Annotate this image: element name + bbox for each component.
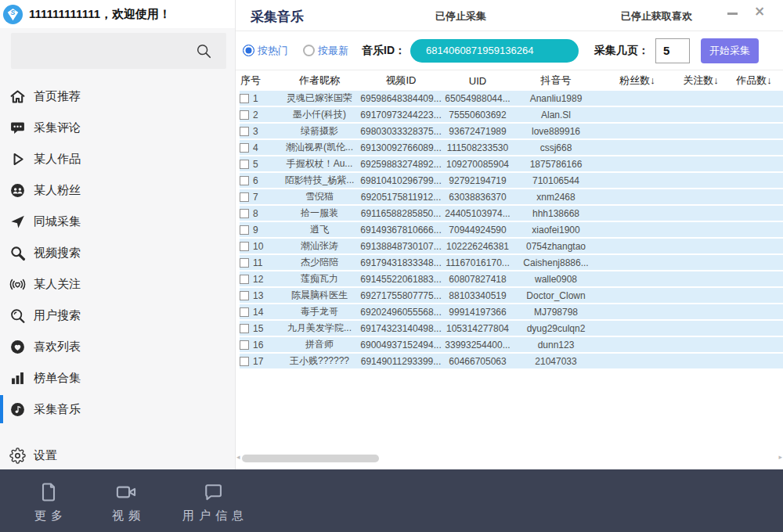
radio-by-new-label[interactable]: 按最新 <box>318 44 348 58</box>
cell-uid: 11167016170... <box>442 257 514 268</box>
sidebar-item-label: 视频搜索 <box>34 246 81 261</box>
table-row[interactable]: 7 雪倪猫 69205175811912... 63038836370 xnm2… <box>236 189 783 206</box>
cell-uid: 109270085904 <box>442 159 514 170</box>
start-collect-button[interactable]: 开始采集 <box>701 38 759 63</box>
row-checkbox[interactable] <box>240 340 249 350</box>
table-row[interactable]: 11 杰少陪陪 69179431833348... 11167016170...… <box>236 255 783 271</box>
table-row[interactable]: 8 拾一服装 69116588285850... 24405103974... … <box>236 206 783 222</box>
row-checkbox[interactable] <box>240 209 249 218</box>
app-logo-icon: S <box>2 4 23 25</box>
row-checkbox[interactable] <box>240 127 249 136</box>
table-body: 1 灵魂已嫁张国荣 69598648384409... 65054988044.… <box>236 91 783 370</box>
sidebar-item-label: 某人作品 <box>34 152 81 167</box>
table-row[interactable]: 14 毒手龙哥 69202496055568... 99914197366 MJ… <box>236 304 783 321</box>
col-works-sort[interactable]: 作品数↓ <box>725 74 783 88</box>
minimize-button[interactable] <box>727 13 738 15</box>
scrollbar-thumb[interactable] <box>242 455 379 462</box>
cell-video-id: 69130092766089... <box>360 142 442 153</box>
cell-video-id: 69145522061883... <box>360 274 442 285</box>
bottombar-item-more[interactable]: 更多 <box>26 481 71 532</box>
bottombar-item-video[interactable]: 视频 <box>103 481 150 532</box>
comment-icon <box>9 120 26 136</box>
scroll-left-icon[interactable]: ◂ <box>236 453 240 461</box>
sidebar-item-user-search[interactable]: 用户搜索 <box>0 300 235 331</box>
table-row[interactable]: 3 绿箭摄影 69803033328375... 93672471989 lov… <box>236 124 783 140</box>
col-fans-sort[interactable]: 粉丝数↓ <box>598 74 677 88</box>
cell-video-id: 69202496055568... <box>360 307 442 318</box>
table-row[interactable]: 5 手握权杖！Au... 69259883274892... 109270085… <box>236 156 783 173</box>
scroll-right-icon[interactable]: ▸ <box>778 453 782 461</box>
sidebar-item-follow[interactable]: 某人关注 <box>0 268 235 300</box>
col-follows-sort[interactable]: 关注数↓ <box>677 74 725 88</box>
radio-by-new[interactable] <box>303 45 315 56</box>
row-checkbox[interactable] <box>240 324 249 333</box>
row-checkbox[interactable] <box>240 143 249 153</box>
cell-video-id: 69598648384409... <box>360 93 442 104</box>
row-checkbox[interactable] <box>240 94 249 103</box>
table-row[interactable]: 16 拼音师 69004937152494... 33993254400... … <box>236 337 783 354</box>
row-checkbox[interactable] <box>240 258 249 268</box>
radio-by-hot[interactable] <box>243 45 254 56</box>
pages-label: 采集几页： <box>594 44 649 58</box>
sidebar-item-video-search[interactable]: 视频搜索 <box>0 237 235 268</box>
row-checkbox[interactable] <box>240 291 249 300</box>
sidebar-item-home[interactable]: 首页推荐 <box>0 81 235 112</box>
cell-video-id: 69170973244223... <box>360 110 442 120</box>
row-checkbox[interactable] <box>240 242 249 251</box>
pages-input[interactable]: 5 <box>655 38 690 63</box>
row-checkbox[interactable] <box>240 160 249 169</box>
sidebar-item-play[interactable]: 某人作品 <box>0 143 235 174</box>
cell-index: 14 <box>253 307 263 318</box>
sidebar-search-input[interactable] <box>11 33 226 69</box>
sidebar-item-city[interactable]: 同城采集 <box>0 206 235 237</box>
cell-video-id: 69810410296799... <box>360 175 442 186</box>
row-checkbox[interactable] <box>240 307 249 317</box>
collect-status-text: 已停止采集 <box>435 9 486 23</box>
table-row[interactable]: 17 王小贱?????? 69149011293399... 604667050… <box>236 354 783 370</box>
bottombar-label: 用户信息 <box>178 509 248 523</box>
row-checkbox[interactable] <box>240 176 249 185</box>
cell-author-name: 潮汕张涛 <box>279 239 360 253</box>
cell-douyin-id: 1875786166 <box>514 159 598 170</box>
cell-douyin-id: Ananliu1989 <box>514 93 598 104</box>
horizontal-scrollbar[interactable]: ◂ ▸ <box>236 454 783 464</box>
main-header: 采集音乐 已停止采集 已停止获取喜欢 × <box>236 0 783 31</box>
cell-index: 3 <box>253 126 258 137</box>
table-row[interactable]: 6 陌影特技_杨紫... 69810410296799... 927921947… <box>236 173 783 189</box>
sidebar-item-label: 用户搜索 <box>34 308 81 323</box>
bottombar-item-user-info[interactable]: 用户信息 <box>169 481 257 532</box>
sidebar-item-fans[interactable]: 某人粉丝 <box>0 174 235 206</box>
row-checkbox[interactable] <box>240 192 249 202</box>
table-row[interactable]: 13 陈晨脑科医生 69271755807775... 88103340519 … <box>236 288 783 304</box>
table-row[interactable]: 12 莲痴瓦力 69145522061883... 60807827418 wa… <box>236 271 783 288</box>
table-row[interactable]: 9 逍飞 69149367810666... 70944924590 xiaof… <box>236 222 783 239</box>
table-row[interactable]: 1 灵魂已嫁张国荣 69598648384409... 65054988044.… <box>236 91 783 107</box>
sidebar-item-rank[interactable]: 榜单合集 <box>0 362 235 394</box>
close-button[interactable]: × <box>754 3 765 19</box>
sidebar-item-settings[interactable]: 设置 <box>0 440 235 471</box>
search-icon <box>195 42 212 59</box>
table-row[interactable]: 15 九月美发学院... 69174323140498... 105314277… <box>236 321 783 337</box>
cell-uid: 99914197366 <box>442 307 514 318</box>
app-window: S 111111111111，欢迎使用！ 首页推荐 采集评论 某人作品 某人粉丝… <box>0 0 783 532</box>
row-checkbox[interactable] <box>240 110 249 120</box>
cell-video-id: 69179431833348... <box>360 257 442 268</box>
row-checkbox[interactable] <box>240 225 249 235</box>
video-camera-icon <box>115 481 137 503</box>
cell-douyin-id: MJ798798 <box>514 307 598 318</box>
table-row[interactable]: 4 潮汕视界(凯伦... 69130092766089... 111508233… <box>236 140 783 156</box>
table-row[interactable]: 2 墨小仟(科技) 69170973244223... 75550603692 … <box>236 107 783 124</box>
sidebar-item-likes[interactable]: 喜欢列表 <box>0 331 235 362</box>
radio-by-hot-label[interactable]: 按热门 <box>258 44 288 58</box>
music-id-input[interactable]: 6814060871959136264 <box>410 39 579 63</box>
sidebar-item-music[interactable]: 采集音乐 <box>0 394 235 425</box>
cell-video-id: 69116588285850... <box>360 208 442 219</box>
cell-uid: 63038836370 <box>442 192 514 203</box>
sidebar-item-comment[interactable]: 采集评论 <box>0 112 235 143</box>
row-checkbox[interactable] <box>240 275 249 284</box>
row-checkbox[interactable] <box>240 357 249 366</box>
table-row[interactable]: 10 潮汕张涛 69138848730107... 102226246381 0… <box>236 239 783 255</box>
cell-uid: 105314277804 <box>442 323 514 334</box>
cell-douyin-id: dunn123 <box>514 340 598 350</box>
cell-douyin-id: xiaofei1900 <box>514 225 598 235</box>
